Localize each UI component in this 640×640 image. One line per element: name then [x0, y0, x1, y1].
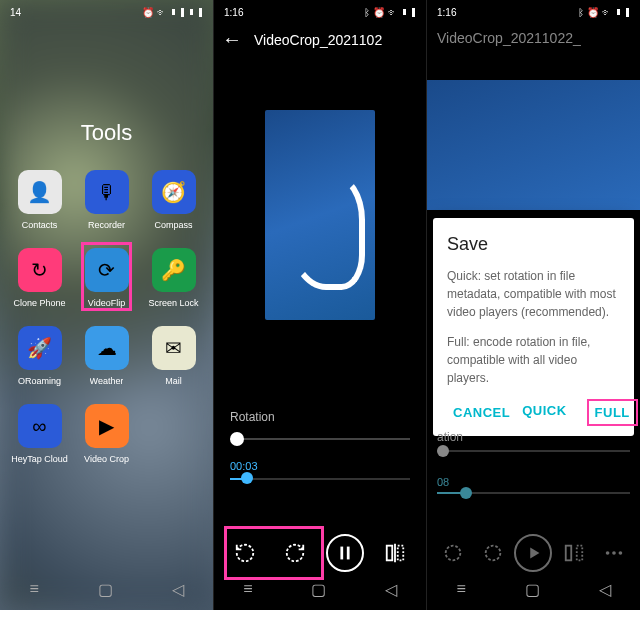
- app-icon: ⟳: [85, 248, 129, 292]
- app-label: Mail: [165, 376, 182, 386]
- rotate-cw-icon: [474, 534, 512, 572]
- rotation-label-dimmed: ation: [437, 430, 463, 444]
- app-label: Video Crop: [84, 454, 129, 464]
- app-screen-lock[interactable]: 🔑Screen Lock: [142, 248, 205, 308]
- clock: 14: [10, 7, 21, 18]
- app-icon: ✉: [152, 326, 196, 370]
- dialog-full-text: Full: encode rotation in file, compatibl…: [447, 333, 620, 387]
- cancel-button[interactable]: CANCEL: [447, 401, 516, 424]
- flip-icon[interactable]: [376, 534, 414, 572]
- dialog-title: Save: [447, 234, 620, 255]
- more-icon: [595, 534, 633, 572]
- file-title: VideoCrop_2021102: [254, 32, 382, 48]
- status-icons: ᛒ ⏰ ᯤ: [578, 7, 630, 18]
- app-label: Screen Lock: [148, 298, 198, 308]
- pause-button[interactable]: [326, 534, 364, 572]
- nav-bar: ≡ ▢ ◁: [427, 574, 640, 604]
- save-dialog-screen: 1:16 ᛒ ⏰ ᯤ VideoCrop_20211022_ Save Quic…: [427, 0, 640, 610]
- rotate-ccw-icon: [434, 534, 472, 572]
- header: ← VideoCrop_2021102: [214, 28, 426, 51]
- videoflip-editor-screen: 1:16 ᛒ ⏰ ᯤ ← VideoCrop_2021102 Rotation …: [213, 0, 427, 610]
- rotate-cw-icon[interactable]: [276, 534, 314, 572]
- rotation-label: Rotation: [230, 410, 275, 424]
- file-title: VideoCrop_20211022_: [437, 30, 581, 46]
- play-button: [514, 534, 552, 572]
- app-oroaming[interactable]: 🚀ORoaming: [8, 326, 71, 386]
- controls-row-dimmed: [427, 534, 640, 572]
- app-mail[interactable]: ✉Mail: [142, 326, 205, 386]
- controls-row: [214, 534, 426, 572]
- app-grid: 👤Contacts🎙Recorder🧭Compass↻Clone Phone⟳V…: [0, 170, 213, 464]
- flip-icon: [555, 534, 593, 572]
- recent-button[interactable]: ≡: [243, 580, 252, 598]
- app-label: Clone Phone: [13, 298, 65, 308]
- app-label: Compass: [154, 220, 192, 230]
- app-icon: 🧭: [152, 170, 196, 214]
- quick-button[interactable]: QUICK: [516, 399, 572, 426]
- app-label: Recorder: [88, 220, 125, 230]
- back-button[interactable]: ◁: [599, 580, 611, 599]
- app-label: Weather: [90, 376, 124, 386]
- svg-marker-7: [531, 548, 540, 559]
- app-clone-phone[interactable]: ↻Clone Phone: [8, 248, 71, 308]
- current-time: 00:03: [230, 460, 258, 472]
- video-preview-dimmed: [427, 80, 640, 210]
- app-icon: 🚀: [18, 326, 62, 370]
- recent-button[interactable]: ≡: [29, 580, 38, 598]
- home-button[interactable]: ▢: [525, 580, 540, 599]
- app-label: VideoFlip: [88, 298, 125, 308]
- clock: 1:16: [224, 7, 243, 18]
- status-icons: ⏰ ᯤ: [142, 7, 203, 18]
- folder-title: Tools: [0, 120, 213, 146]
- app-icon: ▶: [85, 404, 129, 448]
- home-button[interactable]: ▢: [98, 580, 113, 599]
- status-bar: 1:16 ᛒ ⏰ ᯤ: [427, 0, 640, 24]
- app-recorder[interactable]: 🎙Recorder: [75, 170, 138, 230]
- svg-point-5: [446, 546, 461, 561]
- app-contacts[interactable]: 👤Contacts: [8, 170, 71, 230]
- app-icon: ↻: [18, 248, 62, 292]
- app-videoflip[interactable]: ⟳VideoFlip: [75, 248, 138, 308]
- app-label: Contacts: [22, 220, 58, 230]
- tools-launcher-screen: 14 ⏰ ᯤ Tools 👤Contacts🎙Recorder🧭Compass↻…: [0, 0, 213, 610]
- app-icon: 🔑: [152, 248, 196, 292]
- svg-point-10: [606, 551, 610, 555]
- video-preview[interactable]: [265, 110, 375, 320]
- back-arrow-icon[interactable]: ←: [222, 28, 242, 51]
- status-bar: 14 ⏰ ᯤ: [0, 0, 213, 24]
- status-icons: ᛒ ⏰ ᯤ: [364, 7, 416, 18]
- recent-button[interactable]: ≡: [456, 580, 465, 598]
- svg-point-6: [486, 546, 501, 561]
- rotation-slider[interactable]: [230, 432, 410, 446]
- back-button[interactable]: ◁: [385, 580, 397, 599]
- svg-point-12: [618, 551, 622, 555]
- app-video-crop[interactable]: ▶Video Crop: [75, 404, 138, 464]
- svg-rect-9: [576, 546, 582, 561]
- svg-rect-2: [387, 546, 393, 561]
- back-button[interactable]: ◁: [172, 580, 184, 599]
- time-dimmed: 08: [437, 476, 449, 488]
- app-icon: 👤: [18, 170, 62, 214]
- nav-bar: ≡ ▢ ◁: [0, 574, 213, 604]
- full-button[interactable]: FULL: [587, 399, 638, 426]
- app-weather[interactable]: ☁Weather: [75, 326, 138, 386]
- nav-bar: ≡ ▢ ◁: [214, 574, 426, 604]
- status-bar: 1:16 ᛒ ⏰ ᯤ: [214, 0, 426, 24]
- app-heytap-cloud[interactable]: ∞HeyTap Cloud: [8, 404, 71, 464]
- app-label: HeyTap Cloud: [11, 454, 68, 464]
- app-icon: ∞: [18, 404, 62, 448]
- clock: 1:16: [437, 7, 456, 18]
- save-dialog: Save Quick: set rotation in file metadat…: [433, 218, 634, 436]
- home-button[interactable]: ▢: [311, 580, 326, 599]
- app-icon: 🎙: [85, 170, 129, 214]
- app-icon: ☁: [85, 326, 129, 370]
- app-label: ORoaming: [18, 376, 61, 386]
- svg-rect-1: [347, 547, 350, 560]
- svg-point-11: [612, 551, 616, 555]
- svg-rect-0: [340, 547, 343, 560]
- app-compass[interactable]: 🧭Compass: [142, 170, 205, 230]
- svg-rect-8: [565, 546, 571, 561]
- rotate-ccw-icon[interactable]: [226, 534, 264, 572]
- svg-rect-3: [398, 546, 404, 561]
- dialog-quick-text: Quick: set rotation in file metadata, co…: [447, 267, 620, 321]
